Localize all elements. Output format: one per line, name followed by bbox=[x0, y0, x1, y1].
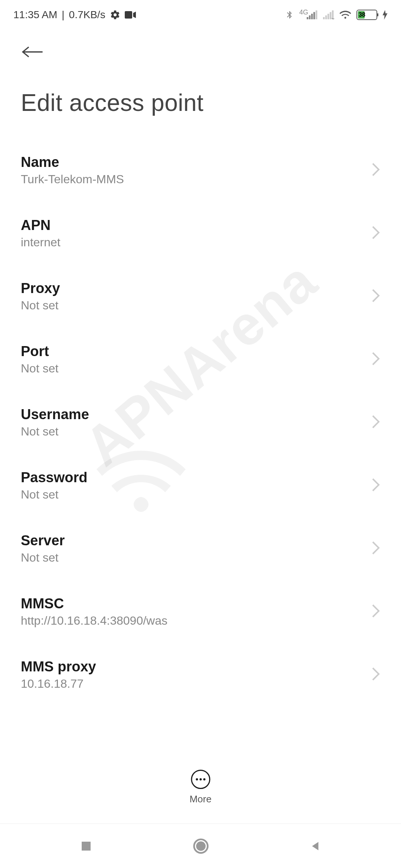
status-time: 11:35 AM bbox=[13, 9, 57, 21]
setting-value: Not set bbox=[21, 362, 371, 375]
svg-rect-7 bbox=[325, 16, 327, 20]
setting-label: MMSC bbox=[21, 596, 371, 612]
charging-icon bbox=[382, 10, 388, 20]
setting-value: internet bbox=[21, 236, 371, 249]
setting-item-name[interactable]: Name Turk-Telekom-MMS bbox=[21, 139, 380, 202]
svg-rect-6 bbox=[323, 17, 325, 19]
status-right: 4G ✕ 38 bbox=[285, 9, 388, 20]
svg-rect-4 bbox=[313, 12, 315, 20]
setting-label: Username bbox=[21, 407, 371, 423]
setting-item-mmsc[interactable]: MMSC http://10.16.18.4:38090/was bbox=[21, 580, 380, 643]
setting-value: Not set bbox=[21, 299, 371, 312]
setting-label: APN bbox=[21, 217, 371, 233]
setting-value: Not set bbox=[21, 488, 371, 502]
nav-home-button[interactable] bbox=[193, 838, 209, 854]
setting-label: Name bbox=[21, 154, 371, 170]
setting-item-port[interactable]: Port Not set bbox=[21, 328, 380, 391]
more-button[interactable]: More bbox=[189, 770, 211, 805]
setting-item-proxy[interactable]: Proxy Not set bbox=[21, 265, 380, 328]
chevron-right-icon bbox=[371, 225, 380, 241]
header: Edit access point bbox=[0, 27, 401, 116]
wifi-icon bbox=[339, 10, 351, 20]
setting-item-apn[interactable]: APN internet bbox=[21, 202, 380, 265]
setting-item-password[interactable]: Password Not set bbox=[21, 454, 380, 517]
bluetooth-icon bbox=[285, 9, 294, 20]
battery-icon: 38 bbox=[356, 10, 377, 20]
setting-item-server[interactable]: Server Not set bbox=[21, 517, 380, 580]
nav-back-button[interactable] bbox=[309, 840, 322, 852]
settings-list: Name Turk-Telekom-MMS APN internet Proxy… bbox=[0, 139, 401, 706]
more-icon bbox=[191, 770, 210, 789]
setting-label: Port bbox=[21, 343, 371, 359]
gear-icon bbox=[110, 10, 120, 20]
setting-label: Server bbox=[21, 533, 371, 549]
setting-value: http://10.16.18.4:38090/was bbox=[21, 614, 371, 628]
setting-label: Proxy bbox=[21, 280, 371, 296]
status-left: 11:35 AM | 0.7KB/s bbox=[13, 9, 136, 21]
chevron-right-icon bbox=[371, 667, 380, 683]
setting-value: Turk-Telekom-MMS bbox=[21, 172, 371, 186]
setting-item-username[interactable]: Username Not set bbox=[21, 391, 380, 454]
chevron-right-icon bbox=[371, 162, 380, 178]
nav-bar bbox=[0, 823, 401, 868]
video-icon bbox=[125, 11, 136, 19]
chevron-right-icon bbox=[371, 414, 380, 431]
svg-rect-8 bbox=[327, 14, 329, 19]
setting-label: MMS proxy bbox=[21, 659, 371, 675]
more-label: More bbox=[189, 793, 211, 805]
nav-recent-button[interactable] bbox=[79, 839, 93, 853]
svg-text:✕: ✕ bbox=[331, 16, 334, 19]
setting-value: Not set bbox=[21, 551, 371, 565]
status-bar: 11:35 AM | 0.7KB/s 4G ✕ 38 bbox=[0, 0, 401, 27]
chevron-right-icon bbox=[371, 288, 380, 305]
svg-point-15 bbox=[196, 841, 206, 851]
svg-rect-13 bbox=[82, 842, 91, 851]
chevron-right-icon bbox=[371, 604, 380, 620]
setting-item-mms-proxy[interactable]: MMS proxy 10.16.18.77 bbox=[21, 643, 380, 706]
svg-rect-0 bbox=[125, 11, 132, 19]
svg-rect-3 bbox=[311, 14, 313, 19]
setting-label: Password bbox=[21, 470, 371, 486]
status-data-rate: 0.7KB/s bbox=[69, 9, 105, 21]
svg-rect-5 bbox=[316, 10, 317, 19]
setting-value: Not set bbox=[21, 425, 371, 438]
chevron-right-icon bbox=[371, 540, 380, 557]
page-title: Edit access point bbox=[21, 89, 380, 116]
chevron-right-icon bbox=[371, 477, 380, 494]
signal-sim1-icon bbox=[307, 10, 318, 19]
signal-sim2-icon: ✕ bbox=[323, 10, 334, 19]
back-button[interactable] bbox=[21, 42, 45, 62]
chevron-right-icon bbox=[371, 351, 380, 368]
svg-rect-1 bbox=[307, 17, 309, 19]
svg-rect-2 bbox=[309, 16, 311, 20]
battery-percent: 38 bbox=[359, 11, 365, 18]
setting-value: 10.16.18.77 bbox=[21, 677, 371, 691]
